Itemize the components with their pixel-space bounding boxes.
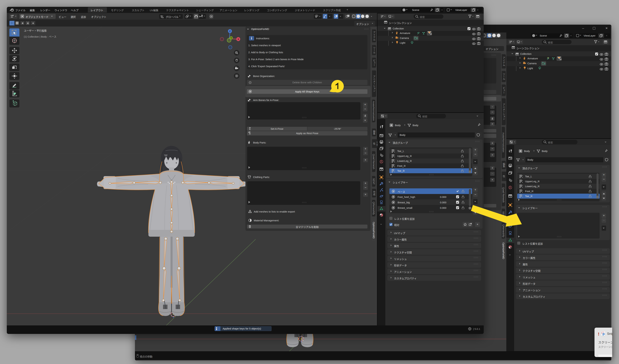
svg-text:X: X (238, 38, 239, 40)
svg-text:Z: Z (229, 30, 231, 32)
